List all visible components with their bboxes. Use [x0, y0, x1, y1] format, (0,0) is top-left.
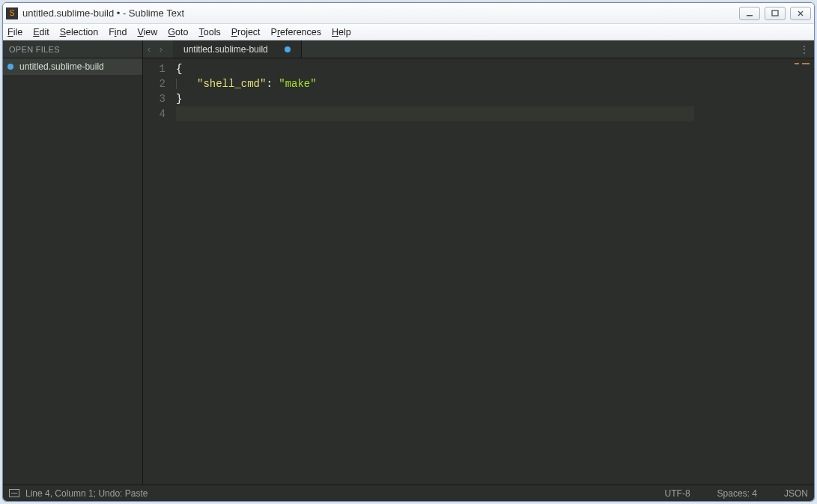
tab-nav-forward[interactable]: ›	[155, 40, 167, 58]
tab-overflow-menu[interactable]: ⋮	[799, 40, 810, 58]
window-title: untitled.sublime-build • - Sublime Text	[22, 7, 739, 19]
editor-area: ‹ › untitled.sublime-build ⋮ 1 2 3 4 {"s…	[143, 40, 814, 485]
code-line[interactable]: {	[176, 61, 754, 76]
sidebar-file-name: untitled.sublime-build	[19, 61, 104, 72]
minimize-icon	[746, 10, 753, 17]
gutter: 1 2 3 4	[143, 58, 176, 485]
tabbar: ‹ › untitled.sublime-build ⋮	[143, 40, 814, 58]
client-area: OPEN FILES untitled.sublime-build ‹ › un…	[3, 40, 814, 485]
menubar: File Edit Selection Find View Goto Tools…	[3, 24, 814, 40]
minimize-button[interactable]	[739, 7, 760, 20]
line-number: 3	[143, 91, 165, 106]
line-number: 1	[143, 61, 165, 76]
minimap-mark	[802, 63, 810, 64]
line-number: 4	[143, 106, 165, 121]
tab-nav-back[interactable]: ‹	[143, 40, 155, 58]
titlebar[interactable]: S untitled.sublime-build • - Sublime Tex…	[3, 3, 814, 24]
sidebar-header[interactable]: OPEN FILES	[3, 40, 142, 58]
status-indent[interactable]: Spaces: 4	[717, 488, 757, 499]
minimap[interactable]	[754, 58, 814, 485]
menu-file[interactable]: File	[7, 27, 22, 37]
sidebar-file-item[interactable]: untitled.sublime-build	[3, 58, 142, 75]
status-encoding[interactable]: UTF-8	[665, 488, 690, 499]
maximize-button[interactable]	[765, 7, 786, 20]
maximize-icon	[771, 10, 779, 17]
svg-rect-1	[772, 10, 778, 16]
minimap-mark	[795, 63, 799, 64]
editor[interactable]: 1 2 3 4 {"shell_cmd": "make"}	[143, 58, 814, 485]
application-window: S untitled.sublime-build • - Sublime Tex…	[2, 2, 815, 502]
sidebar: OPEN FILES untitled.sublime-build	[3, 40, 143, 485]
menu-edit[interactable]: Edit	[33, 27, 49, 37]
menu-view[interactable]: View	[137, 27, 157, 37]
menu-find[interactable]: Find	[109, 27, 127, 37]
statusbar: Line 4, Column 1; Undo: Paste UTF-8 Spac…	[3, 485, 814, 501]
close-icon	[797, 10, 804, 17]
window-controls	[739, 7, 811, 20]
code-line[interactable]: "shell_cmd": "make"	[176, 76, 754, 91]
tab-active[interactable]: untitled.sublime-build	[173, 40, 302, 58]
open-files-label: OPEN FILES	[9, 45, 60, 54]
menu-selection[interactable]: Selection	[60, 27, 98, 37]
menu-help[interactable]: Help	[332, 27, 351, 37]
menu-tools[interactable]: Tools	[198, 27, 220, 37]
code-area[interactable]: {"shell_cmd": "make"}	[176, 58, 754, 485]
code-line[interactable]	[176, 106, 754, 121]
tab-modified-dot-icon	[285, 46, 291, 52]
line-number: 2	[143, 76, 165, 91]
tab-label: untitled.sublime-build	[183, 44, 268, 55]
status-position[interactable]: Line 4, Column 1; Undo: Paste	[25, 488, 148, 499]
panel-switch-icon[interactable]	[9, 489, 19, 497]
status-syntax[interactable]: JSON	[784, 488, 808, 499]
statusbar-left: Line 4, Column 1; Undo: Paste	[9, 488, 148, 499]
modified-dot-icon	[7, 64, 13, 70]
menu-goto[interactable]: Goto	[168, 27, 188, 37]
svg-rect-0	[747, 15, 753, 16]
close-button[interactable]	[790, 7, 811, 20]
menu-project[interactable]: Project	[231, 27, 261, 37]
code-line[interactable]: }	[176, 91, 754, 106]
app-icon: S	[6, 7, 18, 19]
menu-preferences[interactable]: Preferences	[271, 27, 321, 37]
